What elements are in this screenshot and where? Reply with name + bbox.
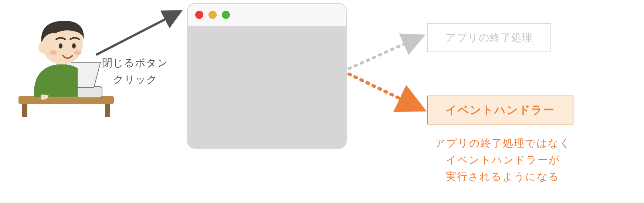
svg-point-6 [59,43,62,49]
event-handler-box: イベントハンドラー [427,96,573,124]
svg-point-7 [72,43,76,49]
close-dot-icon[interactable] [195,11,203,19]
arrow-to-shutdown [349,37,420,69]
app-shutdown-label: アプリの終了処理 [445,31,533,45]
click-label-line2: クリック [113,74,157,85]
app-shutdown-box: アプリの終了処理 [427,23,551,52]
svg-rect-1 [22,104,27,117]
caption: アプリの終了処理ではなく イベントハンドラーが 実行されるようになる [405,135,601,185]
arrow-to-handler [349,74,420,108]
titlebar [188,4,346,27]
caption-line3: 実行されるようになる [446,171,560,182]
minimize-dot-icon[interactable] [209,11,217,19]
click-label-line1: 閉じるボタン [102,57,168,69]
event-handler-label: イベントハンドラー [445,103,555,118]
svg-point-8 [50,50,57,55]
click-label: 閉じるボタン クリック [102,55,168,88]
caption-line2: イベントハンドラーが [446,154,560,166]
svg-rect-2 [105,104,110,117]
svg-point-5 [38,41,47,53]
caption-line1: アプリの終了処理ではなく [435,137,571,149]
svg-point-9 [74,50,81,55]
zoom-dot-icon[interactable] [222,11,230,19]
app-window [187,3,347,149]
